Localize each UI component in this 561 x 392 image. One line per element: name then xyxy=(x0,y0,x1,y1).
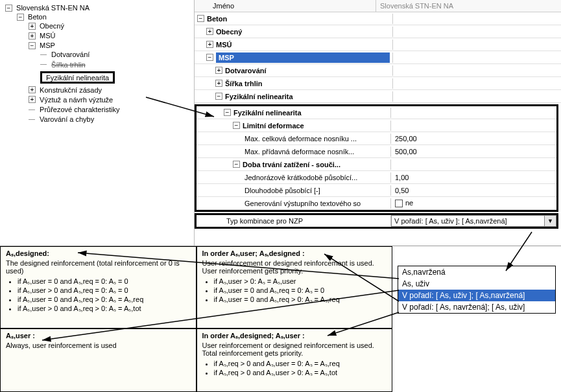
dropdown-option-selected[interactable]: V pořadí: [ As, uživ ]; [ As,navržená] xyxy=(398,290,555,301)
prop-group[interactable]: Obecný xyxy=(216,27,390,37)
tree-item[interactable]: Konstrukční zásady xyxy=(40,86,102,94)
help-bullet: if Aₛ,user > 0: Aₛ = Aₛ,user xyxy=(214,277,387,286)
prop-toggle[interactable]: + xyxy=(215,80,222,87)
prop-toggle[interactable]: + xyxy=(215,67,222,74)
prop-label: Max. celková deformace nosníku ... xyxy=(245,133,388,144)
tree-item[interactable]: Výztuž a návrh výztuže xyxy=(40,96,113,104)
dropdown-option[interactable]: As, uživ xyxy=(398,278,555,290)
help-panel: Aₛ,designed: The designed reinforcement … xyxy=(0,246,561,392)
tree-item-beton[interactable]: Beton xyxy=(28,13,47,21)
highlighted-prop-section: −Fyzikální nelinearita −Limitní deformac… xyxy=(195,104,558,212)
tree-item[interactable]: Průřezové charakteristiky xyxy=(40,106,120,113)
prop-toggle[interactable]: + xyxy=(206,41,213,48)
prop-label: Max. přídavná deformace nosník... xyxy=(245,146,388,157)
name-row: Jméno Slovenská STN-EN NA xyxy=(195,0,561,12)
prop-group[interactable]: Fyzikální nelinearita xyxy=(225,91,390,102)
help-bullet: if Aₛ,req > 0 and Aₛ,user = 0: Aₛ = Aₛ,r… xyxy=(214,360,387,368)
help-bullet: if Aₛ,user = 0 and Aₛ,req = 0: Aₛ = 0 xyxy=(18,277,191,286)
prop-group[interactable]: Beton xyxy=(207,14,390,24)
tree-leaf-icon xyxy=(29,116,36,123)
prop-label: Typ kombinace pro NZP xyxy=(226,216,388,226)
tree-item[interactable]: MSP xyxy=(40,41,55,49)
prop-toggle[interactable]: + xyxy=(206,28,213,35)
help-bullet: if Aₛ,user > 0 and Aₛ,req > 0: Aₛ = Aₛ,t… xyxy=(18,305,191,313)
prop-group[interactable]: MSÚ xyxy=(216,40,390,50)
help-designed: Aₛ,designed: The designed reinforcement … xyxy=(0,246,197,329)
tree-toggle[interactable]: − xyxy=(29,42,36,49)
tree-leaf-icon xyxy=(40,51,47,58)
prop-value[interactable]: 250,00 xyxy=(391,133,556,144)
tree-toggle[interactable]: − xyxy=(17,14,24,21)
dropdown-option[interactable]: As,navržená xyxy=(398,266,555,278)
prop-label: Generování výstupního textového so xyxy=(245,198,388,209)
help-order-designed-user: In order Aₛ,designed; Aₛ,user : User rei… xyxy=(197,329,393,393)
prop-toggle[interactable]: − xyxy=(197,15,204,22)
prop-label: Dlouhodobě působící [-] xyxy=(245,185,388,196)
prop-toggle[interactable]: − xyxy=(233,161,240,168)
prop-group[interactable]: Šířka trhlin xyxy=(225,78,390,89)
tree-item[interactable]: Varování a chyby xyxy=(40,115,94,123)
prop-group[interactable]: Fyzikální nelinearita xyxy=(233,108,388,118)
prop-group-selected[interactable]: MSP xyxy=(216,52,390,63)
help-bullet: if Aₛ,user > 0 and Aₛ,req = 0: Aₛ = 0 xyxy=(18,286,191,295)
prop-value[interactable]: 0,50 xyxy=(391,185,556,196)
tree-leaf-icon xyxy=(29,106,36,113)
property-grid: Jméno Slovenská STN-EN NA −Beton +Obecný… xyxy=(195,0,561,246)
prop-toggle[interactable]: − xyxy=(224,109,231,116)
prop-toggle[interactable]: − xyxy=(215,93,222,100)
prop-group[interactable]: Doba trvání zatížení - souči... xyxy=(243,159,388,170)
tree-toggle[interactable]: + xyxy=(29,23,36,30)
prop-value[interactable]: 1,00 xyxy=(391,172,556,183)
tree-item[interactable]: Obecný xyxy=(40,22,64,30)
tree-item[interactable]: MSÚ xyxy=(40,32,55,40)
name-value: Slovenská STN-EN NA xyxy=(376,0,561,12)
prop-value[interactable]: ne xyxy=(391,198,556,209)
dropdown-option[interactable]: V pořadí: [ As, navržená]; [ As, uživ] xyxy=(398,301,555,313)
help-order-user-designed: In order Aₛ,user; Aₛ,designed : User rei… xyxy=(197,246,393,329)
chevron-down-icon[interactable]: ▼ xyxy=(544,216,556,226)
prop-group[interactable]: Dotvarování xyxy=(225,65,390,76)
help-bullet: if Aₛ,user = 0 and Aₛ,req = 0: Aₛ = 0 xyxy=(214,286,387,295)
checkbox-icon[interactable] xyxy=(395,200,403,207)
prop-label: Jednorázově krátkodobě působící... xyxy=(245,172,388,183)
highlighted-tree-item[interactable]: Fyzikální nelinearita xyxy=(40,71,115,84)
prop-value[interactable]: 500,00 xyxy=(391,146,556,157)
help-bullet: if Aₛ,user = 0 and Aₛ,req > 0: Aₛ = Aₛ,r… xyxy=(18,295,191,304)
tree-toggle[interactable]: + xyxy=(29,86,36,93)
nav-tree: − Slovenská STN-EN NA − Beton + Obecný xyxy=(0,0,195,246)
tree-item-root[interactable]: Slovenská STN-EN NA xyxy=(16,4,90,12)
tree-leaf-icon xyxy=(40,61,47,68)
prop-toggle[interactable]: − xyxy=(233,122,240,129)
name-label: Jméno xyxy=(195,0,376,12)
tree-toggle[interactable]: − xyxy=(5,5,12,12)
help-user: Aₛ,user : Always, user reinforcement is … xyxy=(0,329,197,393)
help-bullet: if Aₛ,req > 0 and Aₛ,user > 0: Aₛ = Aₛ,t… xyxy=(214,369,387,377)
tree-toggle[interactable]: + xyxy=(29,96,36,103)
combo-value: V pořadí: [ As, uživ ]; [ As,navržená] xyxy=(392,216,544,226)
highlighted-combo-row: Typ kombinace pro NZP V pořadí: [ As, už… xyxy=(195,213,558,229)
combo-box[interactable]: V pořadí: [ As, uživ ]; [ As,navržená] ▼ xyxy=(391,215,556,227)
prop-toggle[interactable]: − xyxy=(206,54,213,61)
dropdown-list[interactable]: As,navržená As, uživ V pořadí: [ As, uži… xyxy=(398,266,556,314)
help-bullet: if Aₛ,user = 0 and Aₛ,req > 0: Aₛ = Aₛ,r… xyxy=(214,295,387,304)
dropdown-container: As,navržená As, uživ V pořadí: [ As, uži… xyxy=(392,246,561,392)
tree-toggle[interactable]: + xyxy=(29,32,36,40)
prop-group[interactable]: Limitní deformace xyxy=(243,121,388,131)
tree-item-struck[interactable]: Šířka trhlin xyxy=(51,61,86,69)
tree-item[interactable]: Dotvarování xyxy=(51,51,90,59)
